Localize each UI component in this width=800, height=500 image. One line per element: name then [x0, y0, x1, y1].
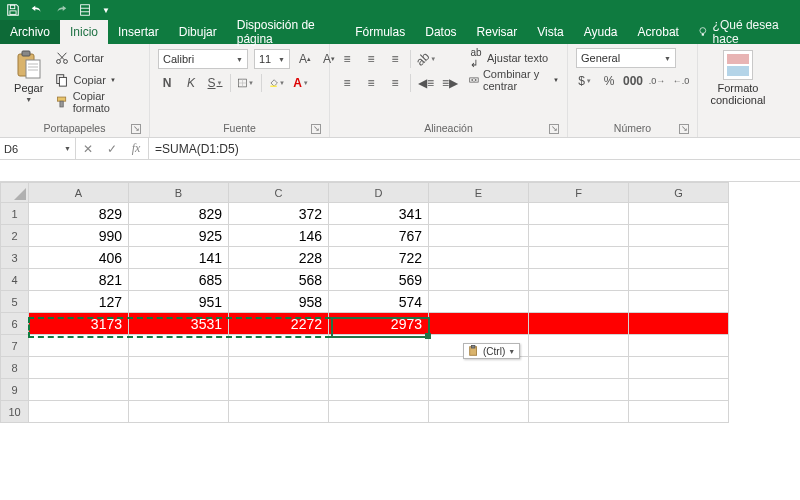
percent-button[interactable]: %: [600, 72, 618, 90]
cell[interactable]: [529, 357, 629, 379]
bold-button[interactable]: N: [158, 74, 176, 92]
cell[interactable]: [629, 357, 729, 379]
tell-me-search[interactable]: ¿Qué desea hace: [689, 20, 800, 44]
cell[interactable]: [229, 357, 329, 379]
row-header[interactable]: 8: [1, 357, 29, 379]
column-header[interactable]: E: [429, 183, 529, 203]
column-header[interactable]: C: [229, 183, 329, 203]
select-all-corner[interactable]: [1, 183, 29, 203]
dialog-launcher-icon[interactable]: ↘: [131, 124, 141, 134]
cell[interactable]: 569: [329, 269, 429, 291]
number-format-combo[interactable]: General▼: [576, 48, 676, 68]
cell[interactable]: [629, 379, 729, 401]
align-right-icon[interactable]: ≡: [386, 74, 404, 92]
row-header[interactable]: 9: [1, 379, 29, 401]
cell[interactable]: 141: [129, 247, 229, 269]
row-header[interactable]: 1: [1, 203, 29, 225]
tab-draw[interactable]: Dibujar: [169, 20, 227, 44]
cell[interactable]: 722: [329, 247, 429, 269]
cell[interactable]: 372: [229, 203, 329, 225]
cell[interactable]: [629, 335, 729, 357]
cell[interactable]: [529, 313, 629, 335]
cell[interactable]: [129, 357, 229, 379]
cell[interactable]: 951: [129, 291, 229, 313]
underline-button[interactable]: S▼: [206, 74, 224, 92]
cell[interactable]: [629, 401, 729, 423]
tab-help[interactable]: Ayuda: [574, 20, 628, 44]
cell[interactable]: 146: [229, 225, 329, 247]
formula-bar-expand[interactable]: [0, 160, 800, 182]
cell[interactable]: 2272: [229, 313, 329, 335]
tab-view[interactable]: Vista: [527, 20, 573, 44]
cell[interactable]: 685: [129, 269, 229, 291]
italic-button[interactable]: K: [182, 74, 200, 92]
cell[interactable]: 767: [329, 225, 429, 247]
cell[interactable]: [329, 335, 429, 357]
merge-center-button[interactable]: Combinar y centrar ▼: [469, 70, 559, 90]
cell[interactable]: [229, 379, 329, 401]
column-header[interactable]: A: [29, 183, 129, 203]
undo-icon[interactable]: [30, 3, 44, 17]
accept-formula-icon[interactable]: ✓: [100, 142, 124, 156]
copy-button[interactable]: Copiar ▼: [55, 70, 141, 90]
cell[interactable]: [529, 401, 629, 423]
dialog-launcher-icon[interactable]: ↘: [679, 124, 689, 134]
cell[interactable]: [429, 269, 529, 291]
cell[interactable]: [129, 379, 229, 401]
column-header[interactable]: G: [629, 183, 729, 203]
font-name-combo[interactable]: Calibri▼: [158, 49, 248, 69]
row-header[interactable]: 7: [1, 335, 29, 357]
cell[interactable]: 3173: [29, 313, 129, 335]
column-header[interactable]: B: [129, 183, 229, 203]
cell[interactable]: [429, 357, 529, 379]
align-left-icon[interactable]: ≡: [338, 74, 356, 92]
paste-button[interactable]: Pegar ▼: [8, 48, 49, 103]
cell[interactable]: [29, 379, 129, 401]
column-header[interactable]: F: [529, 183, 629, 203]
cell[interactable]: [29, 357, 129, 379]
cell[interactable]: [429, 313, 529, 335]
row-header[interactable]: 4: [1, 269, 29, 291]
thousands-button[interactable]: 000: [624, 72, 642, 90]
cell[interactable]: [629, 291, 729, 313]
cell[interactable]: [629, 247, 729, 269]
font-color-button[interactable]: A▼: [292, 74, 310, 92]
orientation-icon[interactable]: ab▼: [417, 50, 435, 68]
cell[interactable]: [429, 247, 529, 269]
row-header[interactable]: 6: [1, 313, 29, 335]
column-header[interactable]: D: [329, 183, 429, 203]
cell[interactable]: 958: [229, 291, 329, 313]
decrease-indent-icon[interactable]: ◀≡: [417, 74, 435, 92]
tab-page-layout[interactable]: Disposición de página: [227, 20, 345, 44]
name-box[interactable]: D6▼: [0, 138, 76, 159]
align-middle-icon[interactable]: ≡: [362, 50, 380, 68]
row-header[interactable]: 3: [1, 247, 29, 269]
cell[interactable]: 829: [129, 203, 229, 225]
row-header[interactable]: 5: [1, 291, 29, 313]
conditional-format-button[interactable]: Formato condicional: [706, 48, 770, 106]
cell[interactable]: 574: [329, 291, 429, 313]
cell[interactable]: 2973: [329, 313, 429, 335]
align-center-icon[interactable]: ≡: [362, 74, 380, 92]
tab-home[interactable]: Inicio: [60, 20, 108, 44]
align-bottom-icon[interactable]: ≡: [386, 50, 404, 68]
fill-color-button[interactable]: ▼: [268, 74, 286, 92]
cell[interactable]: [629, 269, 729, 291]
row-header[interactable]: 2: [1, 225, 29, 247]
cell[interactable]: 3531: [129, 313, 229, 335]
cell[interactable]: [129, 335, 229, 357]
currency-button[interactable]: $▼: [576, 72, 594, 90]
cell[interactable]: [529, 225, 629, 247]
cell[interactable]: [529, 247, 629, 269]
tab-review[interactable]: Revisar: [467, 20, 528, 44]
row-header[interactable]: 10: [1, 401, 29, 423]
cell[interactable]: [429, 379, 529, 401]
save-icon[interactable]: [6, 3, 20, 17]
cancel-formula-icon[interactable]: ✕: [76, 142, 100, 156]
cell[interactable]: [429, 401, 529, 423]
cell[interactable]: 228: [229, 247, 329, 269]
cell[interactable]: [629, 203, 729, 225]
cell[interactable]: [529, 335, 629, 357]
cell[interactable]: [429, 203, 529, 225]
redo-icon[interactable]: [54, 3, 68, 17]
